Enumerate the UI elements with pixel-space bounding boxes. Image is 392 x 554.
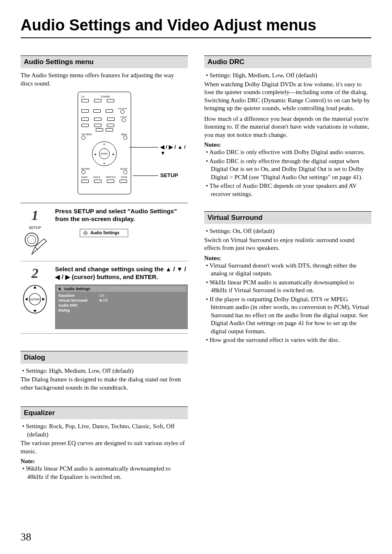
dialog-para: The Dialog feature is designed to make t… <box>21 376 188 392</box>
audio-drc-note-bullet: The effect of Audio DRC depends on your … <box>204 182 371 198</box>
speaker-icon <box>83 231 88 235</box>
audio-drc-para1: When watching Dolby Digital DVDs at low … <box>204 81 371 113</box>
step-1-audio-settings-pill: Audio Settings <box>80 229 128 237</box>
step-2-number: 2 <box>21 265 49 281</box>
audio-drc-settings-bullet: Settings: High, Medium, Low, Off (defaul… <box>204 72 371 80</box>
panel-row: EqualizerOn <box>57 293 186 298</box>
virtual-surround-note-bullet: 96kHz linear PCM audio is automatically … <box>204 279 371 295</box>
step-1-instruction: Press SETUP and select "Audio Settings" … <box>55 208 188 223</box>
dialog-settings-bullet: Settings: High, Medium, Low, Off (defaul… <box>21 367 188 375</box>
right-column: Audio DRC Settings: High, Medium, Low, O… <box>204 51 371 482</box>
virtual-surround-note-bullet: If the player is outputting Dolby Digita… <box>204 295 371 336</box>
setup-button-press-icon <box>23 231 47 255</box>
virtual-surround-note-bullet: Virtual Surround doesn't work with DTS, … <box>204 262 371 278</box>
audio-drc-para2: How much of a difference you hear depend… <box>204 115 371 139</box>
virtual-surround-note-bullet: How good the surround effect is varies w… <box>204 336 371 344</box>
enter-nav-icon: ENTER <box>22 284 48 315</box>
left-column: Audio Settings menu The Audio Settings m… <box>21 51 188 482</box>
svg-text:ENTER: ENTER <box>30 298 40 301</box>
panel-row: Dialog <box>57 308 186 313</box>
speaker-icon <box>58 287 62 291</box>
section-header-equalizer: Equalizer <box>21 406 188 419</box>
step-1: 1 SETUP Press SETUP and select "Audio Se… <box>21 203 188 261</box>
step-1-icon-label: SETUP <box>21 226 49 230</box>
page-title: Audio Settings and Video Adjust menus <box>21 16 371 38</box>
remote-nav-circle: ▲ ▼ ◀ ▶ ENTER <box>92 141 117 166</box>
section-header-audio-drc: Audio DRC <box>204 55 371 68</box>
step-1-number: 1 <box>21 208 49 223</box>
equalizer-note-bullet: 96kHz linear PCM audio is automatically … <box>21 465 188 481</box>
panel-row: Audio DRC <box>57 303 186 308</box>
equalizer-settings-bullet: Settings: Rock, Pop, Live, Dance, Techno… <box>21 422 188 439</box>
section-header-virtual-surround: Virtual Surround <box>204 211 371 224</box>
step-2: 2 ENTER Select and change settings using… <box>21 261 188 334</box>
svg-point-0 <box>25 233 38 246</box>
remote-diagram: ONSTANDBY PLAY MODE DISPLAY <box>21 92 188 194</box>
page-number: 38 <box>21 531 31 543</box>
audio-drc-note-bullet: Audio DRC is only effective with Dolby D… <box>204 148 371 157</box>
virtual-surround-settings-bullet: Settings: On, Off (default) <box>204 227 371 235</box>
step-2-settings-panel: Audio Settings EqualizerOn Virtual Surro… <box>55 284 188 329</box>
panel-row: Virtual Surround■ Off <box>57 298 186 303</box>
remote-callout-arrows: ◀ / ▶ / ▲ / ▼ <box>160 144 188 156</box>
step-2-instruction: Select and change settings using the ▲ /… <box>55 265 188 281</box>
audio-drc-notes-label: Notes: <box>204 141 371 148</box>
svg-point-1 <box>28 235 36 244</box>
equalizer-note-label: Note: <box>21 458 188 465</box>
virtual-surround-notes-label: Notes: <box>204 255 371 262</box>
equalizer-para: The various preset EQ curves are designe… <box>21 439 188 455</box>
virtual-surround-para1: Switch on Virtual Surround to enjoy real… <box>204 236 371 252</box>
audio-drc-note-bullet: Audio DRC is only effective through the … <box>204 157 371 182</box>
section-header-dialog: Dialog <box>21 351 188 364</box>
section-header-audio-settings-menu: Audio Settings menu <box>21 55 188 68</box>
panel-title: Audio Settings <box>64 287 90 291</box>
remote-callout-setup: SETUP <box>160 172 178 178</box>
audio-settings-intro: The Audio Settings menu offers features … <box>21 72 188 88</box>
